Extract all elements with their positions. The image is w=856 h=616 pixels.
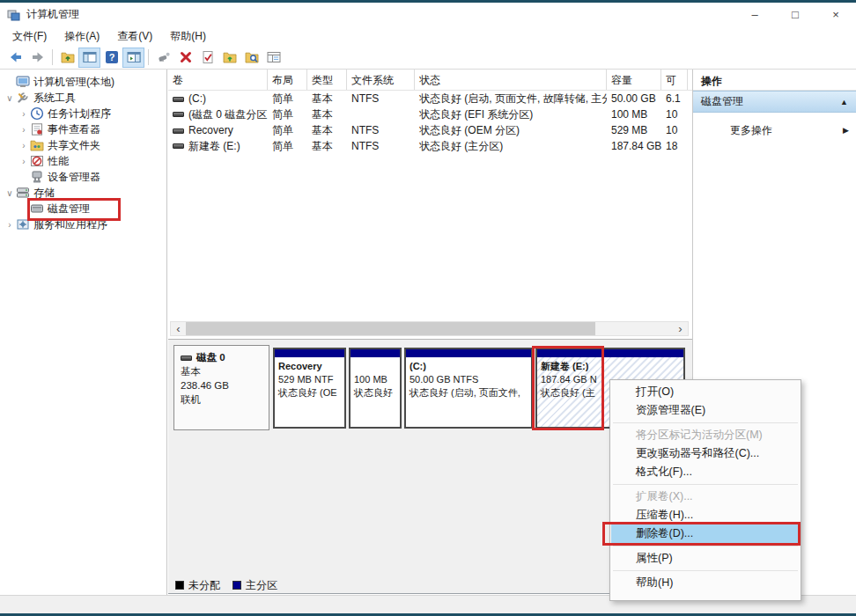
checklist-icon[interactable] (196, 48, 218, 68)
help-icon[interactable]: ? (100, 48, 122, 68)
actions-group-label: 磁盘管理 (701, 94, 743, 109)
table-row[interactable]: (C:) 简单 基本 NTFS 状态良好 (启动, 页面文件, 故障转储, 主分… (168, 91, 692, 106)
menu-view[interactable]: 查看(V) (108, 27, 161, 46)
menu-item-extend-volume: 扩展卷(X)... (611, 488, 800, 506)
menu-action[interactable]: 操作(A) (55, 27, 108, 46)
tree-item-services-applications[interactable]: › 服务和应用程序 (0, 216, 166, 232)
chevron-right-icon[interactable]: › (18, 125, 30, 135)
back-icon[interactable] (4, 48, 26, 68)
partition-c[interactable]: (C:) 50.00 GB NTFS 状态良好 (启动, 页面文件, (404, 348, 533, 429)
tree-item-label: 事件查看器 (48, 122, 100, 137)
scrollbar-track[interactable] (186, 322, 673, 335)
tree-item-label: 性能 (48, 154, 69, 169)
menu-item-change-drive-letter[interactable]: 更改驱动器号和路径(C)... (611, 444, 800, 463)
chevron-down-icon[interactable]: ∨ (4, 188, 16, 198)
table-row[interactable]: Recovery 简单 基本 NTFS 状态良好 (OEM 分区) 529 MB… (168, 122, 692, 138)
tree-item-label: 存储 (33, 186, 55, 201)
tree-item-label: 系统工具 (33, 91, 76, 106)
menu-item-delete-volume[interactable]: 删除卷(D)... (611, 524, 800, 543)
partition-name (354, 360, 396, 373)
actions-panel-title: 操作 (693, 70, 856, 91)
forward-icon[interactable] (26, 48, 48, 68)
tree-item-shared-folders[interactable]: › 共享文件夹 (0, 137, 166, 153)
tree-item-disk-management[interactable]: 磁盘管理 (0, 201, 166, 216)
find-folder-icon[interactable] (240, 48, 262, 68)
column-header-type[interactable]: 类型 (307, 70, 347, 90)
chevron-right-icon[interactable]: › (18, 157, 30, 166)
tree-item-device-manager[interactable]: 设备管理器 (0, 169, 166, 185)
tree-item-label: 共享文件夹 (48, 138, 100, 153)
column-header-free[interactable]: 可 (661, 70, 688, 90)
tree-item-label: 计算机管理(本地) (33, 75, 114, 90)
scroll-left-icon[interactable]: ‹ (171, 322, 186, 335)
maximize-button[interactable]: □ (775, 3, 815, 26)
column-header-layout[interactable]: 布局 (268, 70, 307, 90)
column-header-filesystem[interactable]: 文件系统 (347, 70, 415, 90)
column-header-volume[interactable]: 卷 (168, 70, 268, 90)
volume-free: 18 (661, 140, 688, 152)
menu-file[interactable]: 文件(F) (4, 27, 55, 46)
disk-type: 基本 (181, 364, 262, 378)
menu-item-help[interactable]: 帮助(H) (611, 574, 800, 592)
column-header-capacity[interactable]: 容量 (607, 70, 661, 90)
volume-name: Recovery (188, 124, 233, 136)
partition-color-bar (351, 349, 400, 357)
close-button[interactable]: × (815, 3, 856, 26)
more-actions-item[interactable]: 更多操作 ▶ (693, 119, 856, 142)
table-row[interactable]: (磁盘 0 磁盘分区 2) 简单 基本 状态良好 (EFI 系统分区) 100 … (168, 106, 692, 122)
tree-item-label: 任务计划程序 (48, 106, 111, 121)
chevron-right-icon[interactable]: › (18, 141, 30, 150)
volume-list-panel: 卷 布局 类型 文件系统 状态 容量 可 (C:) 简单 基本 NTFS 状态良… (168, 70, 692, 340)
menu-separator (613, 570, 798, 571)
chevron-down-icon[interactable]: ∨ (4, 93, 16, 103)
tree-item-computer-management[interactable]: 计算机管理(本地) (0, 74, 166, 90)
menu-separator (613, 484, 798, 485)
volume-status: 状态良好 (主分区) (415, 139, 607, 154)
chevron-right-icon[interactable]: › (4, 220, 16, 230)
tree-item-task-scheduler[interactable]: › 任务计划程序 (0, 106, 166, 121)
partition-size: 529 MB NTF (278, 373, 341, 386)
partition-status: 状态良好 (启动, 页面文件, (410, 386, 528, 400)
tree-item-storage[interactable]: ∨ 存储 (0, 185, 166, 201)
menu-item-open[interactable]: 打开(O) (611, 383, 800, 401)
menu-help[interactable]: 帮助(H) (161, 27, 215, 46)
up-folder-icon[interactable] (56, 48, 78, 68)
tree-item-performance[interactable]: › 性能 (0, 153, 166, 169)
menu-item-format[interactable]: 格式化(F)... (611, 463, 800, 481)
volume-capacity: 187.84 GB (607, 140, 661, 152)
tree-item-event-viewer[interactable]: › 事件查看器 (0, 121, 166, 137)
disk0-label-panel[interactable]: 磁盘 0 基本 238.46 GB 联机 (173, 345, 269, 430)
volume-name: 新建卷 (E:) (188, 140, 240, 152)
console-tree-toggle-icon[interactable] (78, 48, 100, 68)
menu-item-explorer[interactable]: 资源管理器(E) (611, 401, 800, 420)
actions-group-disk-management[interactable]: 磁盘管理 ▲ (693, 91, 856, 113)
window-title: 计算机管理 (26, 7, 79, 22)
services-icon (16, 217, 30, 231)
column-header-status[interactable]: 状态 (415, 70, 607, 90)
table-row[interactable]: 新建卷 (E:) 简单 基本 NTFS 状态良好 (主分区) 187.84 GB… (168, 138, 692, 154)
chevron-right-icon[interactable]: › (18, 109, 30, 119)
collapse-icon[interactable]: ▲ (840, 98, 848, 106)
menu-item-properties[interactable]: 属性(P) (611, 549, 800, 568)
horizontal-scrollbar[interactable]: ‹ › (170, 321, 689, 336)
tree-item-label: 磁盘管理 (48, 202, 90, 216)
import-folder-icon[interactable] (218, 48, 240, 68)
partition-efi[interactable]: 100 MB 状态良好 (349, 348, 402, 429)
disk-icon (181, 356, 192, 361)
volume-layout: 简单 (268, 92, 307, 106)
context-menu: 打开(O) 资源管理器(E) 将分区标记为活动分区(M) 更改驱动器号和路径(C… (609, 379, 801, 601)
partition-recovery[interactable]: Recovery 529 MB NTF 状态良好 (OE (273, 348, 346, 429)
menu-item-mark-active: 将分区标记为活动分区(M) (611, 426, 800, 444)
delete-icon[interactable] (174, 48, 196, 68)
menu-item-shrink-volume[interactable]: 压缩卷(H)... (611, 506, 800, 524)
minimize-button[interactable]: – (734, 3, 775, 26)
volume-status: 状态良好 (EFI 系统分区) (415, 107, 607, 122)
scrollbar-thumb[interactable] (186, 322, 595, 335)
scroll-right-icon[interactable]: › (673, 322, 688, 335)
disk-name: 磁盘 0 (196, 352, 225, 363)
tree-item-system-tools[interactable]: ∨ 系统工具 (0, 90, 166, 106)
views-panel-icon[interactable] (262, 48, 284, 68)
console-tool-icon[interactable] (152, 48, 174, 68)
volume-icon (173, 97, 184, 102)
action-pane-toggle-icon[interactable] (122, 48, 144, 68)
